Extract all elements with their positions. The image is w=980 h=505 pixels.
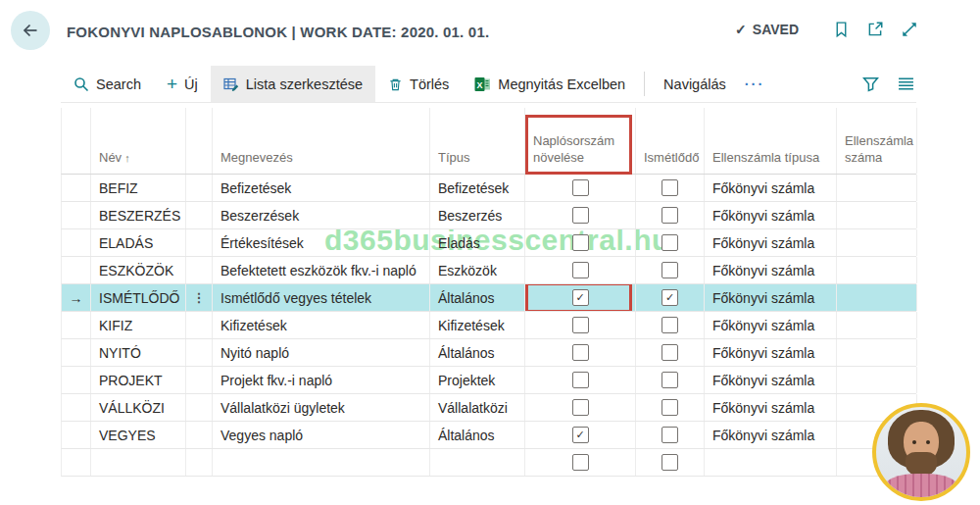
table-row[interactable]: PROJEKTProjekt fkv.-i naplóProjektekFőkö… bbox=[61, 367, 916, 394]
row-selector-cell[interactable] bbox=[62, 339, 91, 366]
table-row[interactable]: NYITÓNyitó naplóÁltalánosFőkönyvi számla bbox=[61, 339, 916, 367]
cell-recurring[interactable] bbox=[636, 312, 705, 338]
expand-icon[interactable] bbox=[901, 21, 918, 38]
cell-type[interactable]: Eladás bbox=[430, 229, 525, 256]
table-row[interactable]: ESZKÖZÖKBefektetett eszközök fkv.-i napl… bbox=[61, 257, 916, 284]
cell-name[interactable] bbox=[91, 449, 186, 476]
row-selector-cell[interactable] bbox=[62, 229, 91, 256]
cell-name[interactable]: BEFIZ bbox=[91, 175, 186, 201]
table-row[interactable]: →ISMÉTLŐDŐ⋮Ismétlődő vegyes tételekÁltal… bbox=[61, 284, 916, 312]
table-row[interactable]: VEGYESVegyes naplóÁltalános✓Főkönyvi szá… bbox=[61, 422, 916, 449]
recurring-checkbox[interactable] bbox=[662, 399, 678, 416]
row-menu-cell[interactable] bbox=[186, 257, 213, 283]
cell-description[interactable]: Befektetett eszközök fkv.-i napló bbox=[213, 257, 430, 283]
cell-type[interactable]: Általános bbox=[430, 422, 525, 448]
cell-balance-type[interactable]: Főkönyvi számla bbox=[705, 229, 837, 256]
cell-type[interactable]: Kifizetések bbox=[430, 312, 525, 338]
cell-increment[interactable] bbox=[525, 229, 636, 256]
cell-type[interactable]: Befizetések bbox=[430, 175, 525, 201]
cell-balance-no[interactable] bbox=[837, 284, 917, 311]
column-header-increment[interactable]: Naplósorszám növelése bbox=[525, 108, 636, 174]
cell-description[interactable]: Beszerzések bbox=[213, 202, 430, 228]
cell-recurring[interactable] bbox=[636, 339, 705, 366]
cell-balance-type[interactable]: Főkönyvi számla bbox=[705, 284, 837, 311]
increment-checkbox[interactable] bbox=[572, 262, 589, 278]
recurring-checkbox[interactable] bbox=[662, 427, 678, 443]
edit-list-button[interactable]: Lista szerkesztése bbox=[211, 66, 375, 102]
cell-balance-type[interactable]: Főkönyvi számla bbox=[705, 257, 837, 283]
list-view-icon[interactable] bbox=[898, 76, 914, 92]
cell-recurring[interactable] bbox=[636, 394, 705, 421]
cell-name[interactable]: VÁLLKÖZI bbox=[91, 394, 186, 421]
cell-description[interactable]: Kifizetések bbox=[213, 312, 430, 338]
increment-checkbox[interactable] bbox=[572, 179, 589, 196]
open-in-excel-button[interactable]: X Megnyitás Excelben bbox=[462, 66, 638, 102]
row-selector-cell[interactable] bbox=[62, 394, 91, 421]
cell-increment[interactable]: ✓ bbox=[525, 422, 636, 448]
increment-checkbox[interactable] bbox=[572, 234, 589, 251]
cell-type[interactable]: Általános bbox=[430, 284, 525, 311]
row-selector-cell[interactable] bbox=[62, 367, 91, 393]
cell-description[interactable]: Ismétlődő vegyes tételek bbox=[213, 284, 430, 311]
row-selector-cell[interactable] bbox=[62, 257, 91, 283]
cell-balance-no[interactable] bbox=[837, 312, 917, 338]
recurring-checkbox[interactable] bbox=[662, 344, 678, 361]
cell-recurring[interactable] bbox=[636, 229, 705, 256]
row-menu-cell[interactable] bbox=[186, 394, 213, 421]
recurring-checkbox[interactable] bbox=[662, 179, 678, 196]
cell-balance-type[interactable]: Főkönyvi számla bbox=[705, 422, 837, 448]
cell-balance-type[interactable]: Főkönyvi számla bbox=[705, 175, 837, 201]
filter-icon[interactable] bbox=[862, 76, 879, 92]
cell-name[interactable]: KIFIZ bbox=[91, 312, 186, 338]
back-button[interactable] bbox=[11, 11, 50, 50]
row-menu-cell[interactable] bbox=[186, 339, 213, 366]
cell-description[interactable]: Befizetések bbox=[213, 175, 430, 201]
cell-recurring[interactable] bbox=[636, 257, 705, 283]
cell-recurring[interactable] bbox=[636, 367, 705, 393]
recurring-checkbox[interactable] bbox=[662, 234, 678, 251]
row-menu-cell[interactable] bbox=[186, 422, 213, 448]
recurring-checkbox[interactable] bbox=[662, 372, 678, 388]
increment-checkbox[interactable] bbox=[572, 372, 589, 388]
cell-increment[interactable] bbox=[525, 312, 636, 338]
increment-checkbox[interactable] bbox=[572, 344, 589, 361]
row-menu-cell[interactable]: ⋮ bbox=[186, 284, 213, 311]
cell-increment[interactable]: ✓ bbox=[525, 284, 636, 311]
cell-name[interactable]: BESZERZÉS bbox=[91, 202, 186, 228]
search-button[interactable]: Search bbox=[61, 66, 154, 102]
cell-name[interactable]: PROJEKT bbox=[91, 367, 186, 393]
recurring-checkbox[interactable] bbox=[662, 454, 678, 471]
cell-balance-no[interactable] bbox=[837, 257, 917, 283]
increment-checkbox[interactable] bbox=[572, 399, 589, 416]
cell-recurring[interactable] bbox=[636, 175, 705, 201]
row-menu-cell[interactable] bbox=[186, 449, 213, 476]
row-menu-cell[interactable] bbox=[186, 367, 213, 393]
cell-type[interactable]: Általános bbox=[430, 339, 525, 366]
cell-description[interactable] bbox=[213, 449, 430, 476]
row-menu-cell[interactable] bbox=[186, 202, 213, 228]
cell-type[interactable]: Vállalatközi bbox=[430, 394, 525, 421]
increment-checkbox[interactable]: ✓ bbox=[572, 427, 589, 443]
column-header-recurring[interactable]: Ismétlődő bbox=[636, 108, 705, 174]
cell-description[interactable]: Vegyes napló bbox=[213, 422, 430, 448]
open-in-new-window-icon[interactable] bbox=[866, 21, 884, 38]
cell-name[interactable]: ELADÁS bbox=[91, 229, 186, 256]
row-menu-icon[interactable]: ⋮ bbox=[193, 290, 206, 305]
column-header-type[interactable]: Típus bbox=[430, 108, 525, 174]
cell-type[interactable]: Eszközök bbox=[430, 257, 525, 283]
cell-description[interactable]: Nyitó napló bbox=[213, 339, 430, 366]
cell-increment[interactable] bbox=[525, 175, 636, 201]
cell-balance-no[interactable] bbox=[837, 367, 917, 393]
cell-description[interactable]: Értékesítések bbox=[213, 229, 430, 256]
delete-button[interactable]: Törlés bbox=[375, 66, 462, 102]
cell-increment[interactable] bbox=[525, 257, 636, 283]
increment-checkbox[interactable] bbox=[572, 454, 589, 471]
cell-description[interactable]: Projekt fkv.-i napló bbox=[213, 367, 430, 393]
row-menu-cell[interactable] bbox=[186, 175, 213, 201]
cell-increment[interactable] bbox=[525, 394, 636, 421]
cell-balance-type[interactable]: Főkönyvi számla bbox=[705, 202, 837, 228]
row-menu-cell[interactable] bbox=[186, 312, 213, 338]
increment-checkbox[interactable]: ✓ bbox=[572, 289, 589, 306]
cell-balance-type[interactable]: Főkönyvi számla bbox=[705, 339, 837, 366]
cell-type[interactable]: Projektek bbox=[430, 367, 525, 393]
